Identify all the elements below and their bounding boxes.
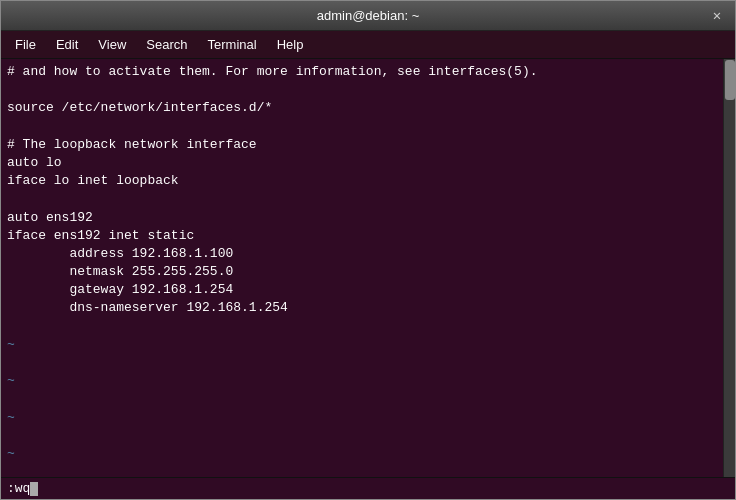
scrollbar[interactable] bbox=[723, 59, 735, 477]
terminal-body: # and how to activate them. For more inf… bbox=[1, 59, 735, 477]
window-title: admin@debian: ~ bbox=[317, 8, 419, 23]
terminal-window: admin@debian: ~ ✕ File Edit View Search … bbox=[0, 0, 736, 500]
menu-search[interactable]: Search bbox=[136, 34, 197, 55]
tilde-3: ~ bbox=[7, 410, 15, 425]
cursor bbox=[30, 482, 38, 496]
terminal-line-12: netmask 255.255.255.0 bbox=[7, 264, 233, 279]
terminal-line-9: auto ens192 bbox=[7, 210, 93, 225]
menu-view[interactable]: View bbox=[88, 34, 136, 55]
menu-file[interactable]: File bbox=[5, 34, 46, 55]
titlebar: admin@debian: ~ ✕ bbox=[1, 1, 735, 31]
menu-help[interactable]: Help bbox=[267, 34, 314, 55]
terminal-line-13: gateway 192.168.1.254 bbox=[7, 282, 233, 297]
terminal-line-5: # The loopback network interface bbox=[7, 137, 257, 152]
tilde-2: ~ bbox=[7, 373, 15, 388]
terminal-line-1: # and how to activate them. For more inf… bbox=[7, 64, 538, 79]
terminal-text-area[interactable]: # and how to activate them. For more inf… bbox=[1, 59, 723, 477]
tilde-1: ~ bbox=[7, 337, 15, 352]
status-line: :wq bbox=[1, 477, 735, 499]
menu-terminal[interactable]: Terminal bbox=[198, 34, 267, 55]
terminal-line-3: source /etc/network/interfaces.d/* bbox=[7, 100, 272, 115]
terminal-line-6: auto lo bbox=[7, 155, 62, 170]
menu-edit[interactable]: Edit bbox=[46, 34, 88, 55]
menubar: File Edit View Search Terminal Help bbox=[1, 31, 735, 59]
tilde-4: ~ bbox=[7, 446, 15, 461]
vim-command: :wq bbox=[7, 481, 30, 496]
terminal-line-7: iface lo inet loopback bbox=[7, 173, 179, 188]
terminal-line-11: address 192.168.1.100 bbox=[7, 246, 233, 261]
terminal-line-10: iface ens192 inet static bbox=[7, 228, 194, 243]
close-button[interactable]: ✕ bbox=[707, 6, 727, 26]
terminal-line-14: dns-nameserver 192.168.1.254 bbox=[7, 300, 288, 315]
scrollbar-thumb[interactable] bbox=[725, 60, 735, 100]
